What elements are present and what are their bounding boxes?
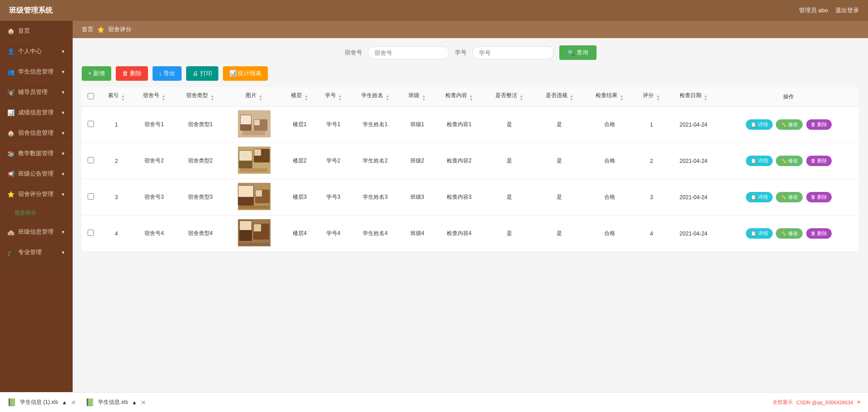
sidebar-item-counselor[interactable]: 👩‍🏫 辅导员管理 ▼ xyxy=(0,82,73,103)
row-class: 班级2 xyxy=(400,143,434,179)
edit-button[interactable]: ✏️ 修改 xyxy=(776,192,803,202)
download-item-1: 📗 学生信息 (1).xls ▲ ✕ xyxy=(7,398,76,407)
edit-button[interactable]: ✏️ 修改 xyxy=(776,119,803,130)
add-button[interactable]: + 新增 xyxy=(82,66,111,81)
breadcrumb-star: ⭐ xyxy=(97,26,104,33)
row-is-clean: 是 xyxy=(484,143,534,179)
detail-button[interactable]: 📋 详情 xyxy=(746,192,773,202)
row-is-clean: 是 xyxy=(484,107,534,143)
row-index: 1 xyxy=(99,107,133,143)
sidebar-item-dorm-rating-sub[interactable]: 宿舍评分 xyxy=(0,205,73,222)
search-bar: 宿舍号 学号 🔍 查询 xyxy=(82,45,859,60)
row-check-result: 合格 xyxy=(585,107,635,143)
logout-button[interactable]: 退出登录 xyxy=(835,6,859,15)
search-button[interactable]: 🔍 查询 xyxy=(559,45,597,60)
detail-button[interactable]: 📋 详情 xyxy=(746,156,773,166)
print-button[interactable]: 🖨 打印 xyxy=(186,66,218,81)
row-select-checkbox[interactable] xyxy=(88,121,94,127)
col-student-name[interactable]: 学生姓名 ▲▼ xyxy=(350,87,400,107)
close-icon-1[interactable]: ✕ xyxy=(71,399,76,406)
col-check-result[interactable]: 检查结果 ▲▼ xyxy=(585,87,635,107)
row-delete-button[interactable]: 🗑 删除 xyxy=(806,119,832,130)
chevron-down-icon: ▼ xyxy=(61,131,65,136)
col-check-content[interactable]: 检查内容 ▲▼ xyxy=(434,87,484,107)
row-check-content: 检查内容3 xyxy=(434,179,484,216)
sidebar-item-dorm-rating[interactable]: ⭐ 宿舍评分管理 ▼ xyxy=(0,184,73,205)
app-title: 班级管理系统 xyxy=(9,6,53,15)
sidebar-item-home[interactable]: 🏠 首页 xyxy=(0,21,73,41)
table-row: 2 宿舍号2 宿舍类型2 楼层2 学号2 学生姓名2 班级2 检查内容2 是 是… xyxy=(82,143,859,179)
col-floor[interactable]: 楼层 ▲▼ xyxy=(283,87,316,107)
col-dorm-no[interactable]: 宿舍号 ▲▼ xyxy=(133,87,175,107)
row-dorm-no: 宿舍号2 xyxy=(133,143,175,179)
svg-rect-21 xyxy=(240,221,252,230)
row-delete-button[interactable]: 🗑 删除 xyxy=(806,192,832,202)
chevron-down-icon: ▼ xyxy=(61,151,65,156)
row-check-content: 检查内容4 xyxy=(434,216,484,252)
row-student-name: 学生姓名1 xyxy=(350,107,400,143)
show-all-label[interactable]: 全部显示 xyxy=(773,399,793,406)
edit-button[interactable]: ✏️ 修改 xyxy=(776,228,803,239)
teaching-icon: 📚 xyxy=(7,150,15,157)
download-expand-1[interactable]: ▲ xyxy=(62,399,67,406)
row-select-checkbox[interactable] xyxy=(88,157,94,163)
col-index[interactable]: 索引 ▲▼ xyxy=(99,87,133,107)
row-checkbox[interactable] xyxy=(82,143,99,179)
svg-rect-4 xyxy=(241,115,251,124)
dorm-search-input[interactable] xyxy=(368,46,449,59)
row-student-id: 学号3 xyxy=(316,179,350,216)
row-checkbox[interactable] xyxy=(82,107,99,143)
breadcrumb: 首页 ⭐ 宿舍评分 xyxy=(73,21,868,38)
sidebar-item-teaching[interactable]: 📚 教学数据管理 ▼ xyxy=(0,143,73,164)
detail-button[interactable]: 📋 详情 xyxy=(746,228,773,239)
row-student-name: 学生姓名2 xyxy=(350,143,400,179)
download-expand-2[interactable]: ▲ xyxy=(132,399,137,406)
col-image[interactable]: 图片 ▲▼ xyxy=(225,87,283,107)
row-image xyxy=(225,107,283,143)
sidebar-item-class-info[interactable]: 🏫 班级信息管理 ▼ xyxy=(0,222,73,242)
row-delete-button[interactable]: 🗑 删除 xyxy=(806,156,832,166)
close-bottom-icon[interactable]: ✕ xyxy=(857,399,861,405)
sidebar-item-student-mgmt[interactable]: 👥 学生信息管理 ▼ xyxy=(0,62,73,82)
sidebar-item-profile[interactable]: 👤 个人中心 ▼ xyxy=(0,41,73,62)
col-is-clean: 是否整洁 ▲▼ xyxy=(484,87,534,107)
row-dorm-no: 宿舍号4 xyxy=(133,216,175,252)
row-score: 3 xyxy=(635,179,668,216)
svg-rect-15 xyxy=(238,186,253,197)
sidebar-item-major[interactable]: 🎓 专业管理 ▼ xyxy=(0,242,73,263)
sidebar-item-announce[interactable]: 📢 班级公告管理 ▼ xyxy=(0,164,73,184)
edit-button[interactable]: ✏️ 修改 xyxy=(776,156,803,166)
select-all-checkbox[interactable] xyxy=(88,93,94,99)
svg-rect-16 xyxy=(256,190,262,196)
sidebar-item-dorm-info[interactable]: 🏠 宿舍信息管理 ▼ xyxy=(0,123,73,143)
row-checkbox[interactable] xyxy=(82,216,99,252)
table-row: 3 宿舍号3 宿舍类型3 楼层3 学号3 学生姓名3 班级3 检查内容3 是 是… xyxy=(82,179,859,216)
student-search-input[interactable] xyxy=(472,46,554,59)
stats-button[interactable]: 📊 统计报表 xyxy=(223,66,268,81)
col-check-date[interactable]: 检查日期 ▲▼ xyxy=(668,87,719,107)
breadcrumb-home[interactable]: 首页 xyxy=(82,25,94,34)
chevron-down-icon: ▼ xyxy=(61,49,65,54)
row-image xyxy=(225,216,283,252)
svg-rect-9 xyxy=(239,151,252,161)
row-select-checkbox[interactable] xyxy=(88,230,94,236)
col-dorm-type[interactable]: 宿舍类型 ▲▼ xyxy=(175,87,225,107)
row-checkbox[interactable] xyxy=(82,179,99,216)
row-delete-button[interactable]: 🗑 删除 xyxy=(806,228,832,239)
col-class[interactable]: 班级 ▲▼ xyxy=(400,87,434,107)
detail-button[interactable]: 📋 详情 xyxy=(746,119,773,130)
delete-button[interactable]: 🗑 删除 xyxy=(116,66,148,81)
sidebar-label: 学生信息管理 xyxy=(18,68,54,76)
close-icon-2[interactable]: ✕ xyxy=(141,399,146,406)
download-item-2: 📗 学生信息.xls ▲ ✕ xyxy=(85,398,146,407)
row-dorm-type: 宿舍类型2 xyxy=(175,143,225,179)
col-score[interactable]: 评分 ▲▼ xyxy=(635,87,668,107)
row-select-checkbox[interactable] xyxy=(88,193,94,200)
dorm-icon: 🏠 xyxy=(7,130,15,137)
chevron-down-icon: ▼ xyxy=(61,250,65,255)
search-icon: 🔍 xyxy=(567,49,575,56)
sidebar-label: 专业管理 xyxy=(18,248,42,256)
export-button[interactable]: ↓ 导出 xyxy=(153,66,182,81)
col-student-id[interactable]: 学号 ▲▼ xyxy=(316,87,350,107)
sidebar-item-grade[interactable]: 📊 成绩信息管理 ▼ xyxy=(0,103,73,123)
